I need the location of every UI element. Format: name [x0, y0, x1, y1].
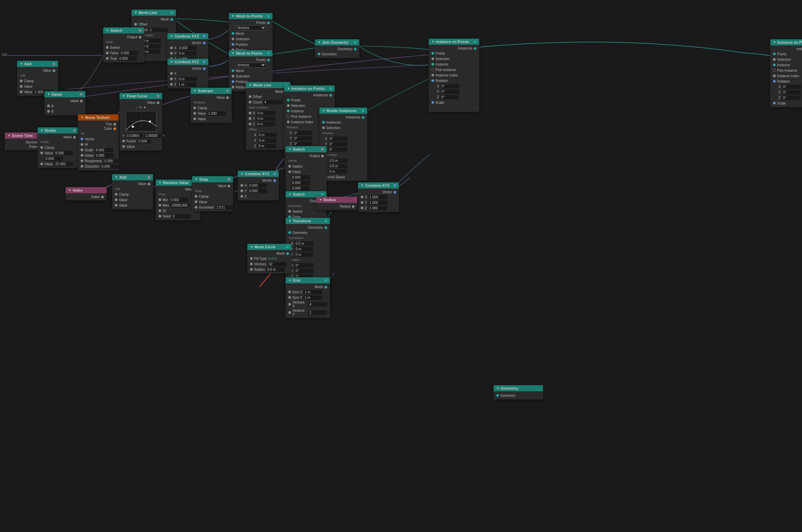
socket-noise-dist[interactable] [81, 165, 83, 168]
rv-seed[interactable] [172, 214, 191, 219]
div-val2-input[interactable] [44, 156, 63, 161]
fc-icon2[interactable]: ⊞ [139, 106, 142, 109]
socket-cxm-out[interactable] [273, 172, 276, 175]
socket-offset-in[interactable] [134, 23, 137, 26]
node-combine-xyz-bottom[interactable]: ▼ Combine XYZ Vector X Y Z [358, 182, 399, 212]
socket-rv-seed[interactable] [158, 215, 161, 218]
socket-cxm-z[interactable] [240, 195, 243, 198]
socket-mtp2-mesh[interactable] [232, 69, 234, 72]
node-divide[interactable]: ▼ Divide Value Divide Clamp Value Value [38, 127, 79, 168]
socket-sub-out[interactable] [226, 89, 229, 92]
socket-ri-sel[interactable] [322, 126, 325, 129]
socket-grid-vy[interactable] [288, 311, 291, 314]
socket-mesh-output[interactable] [170, 18, 173, 21]
cxm-y[interactable] [248, 189, 267, 193]
socket-mtp2-pts[interactable] [267, 59, 270, 61]
socket-iop-top-rot[interactable] [431, 79, 434, 82]
socket-mlm-offset[interactable] [249, 95, 251, 98]
socket-equal-in[interactable] [47, 104, 50, 107]
fc-x-input[interactable] [126, 134, 143, 138]
tf-tz[interactable] [294, 252, 313, 257]
socket-grid-sx[interactable] [288, 291, 291, 293]
mtp2-select[interactable]: Vertices [235, 62, 266, 68]
ri-rx[interactable] [329, 137, 347, 141]
socket-vector-2[interactable] [203, 67, 206, 70]
socket-iop-mid-inst-in[interactable] [287, 110, 290, 112]
cx1-x-input[interactable] [178, 46, 197, 50]
socket-cx1-y[interactable] [170, 52, 173, 55]
socket-iop-right-scale[interactable] [773, 102, 776, 104]
socket-fc-val[interactable] [157, 101, 160, 104]
socket-jg-in[interactable] [318, 53, 320, 55]
noise-rough[interactable] [103, 159, 122, 163]
node-mesh-line-mid[interactable]: ▼ Mesh Line Mesh Offset Count Start Loca… [246, 82, 290, 150]
socket-mtp1-sel[interactable] [232, 38, 234, 40]
fc-close[interactable]: ✕ [163, 134, 165, 137]
cxb-z[interactable] [368, 206, 387, 210]
socket-iop-top-sel[interactable] [431, 57, 434, 60]
socket-rv-max[interactable] [158, 204, 161, 207]
socket-div-val3[interactable] [40, 163, 43, 165]
socket-mlm-y[interactable] [249, 117, 251, 120]
socket-iop-mid-inst[interactable] [329, 94, 332, 97]
cxb-y[interactable] [369, 200, 387, 205]
node-mesh-to-points-1[interactable]: ▼ Mesh to Points Points Vertices Mesh Se… [229, 13, 273, 54]
socket-mc-filltype[interactable] [250, 257, 253, 260]
ri-ry[interactable] [329, 142, 347, 146]
socket-fc-out[interactable] [157, 95, 160, 97]
tf-ty[interactable] [295, 247, 314, 251]
socket-mtp2-pos[interactable] [232, 80, 234, 83]
count-input[interactable] [149, 28, 168, 32]
tf-ry[interactable] [295, 269, 314, 273]
node-rotate-instances[interactable]: ▼ Rotate Instances Instances Instances S… [319, 108, 367, 181]
socket-iop-right-rot[interactable] [773, 80, 776, 83]
socket-noise-detail[interactable] [81, 154, 83, 157]
socket-iop-top-pts[interactable] [431, 52, 434, 55]
socket-true-in[interactable] [106, 57, 109, 60]
socket-fc-value[interactable] [122, 145, 125, 148]
socket-divide-out[interactable] [73, 129, 76, 132]
fc-xmax-input[interactable] [144, 134, 161, 138]
socket-mc-out[interactable] [286, 246, 289, 248]
mlm-z[interactable] [256, 122, 275, 126]
mlm-oz[interactable] [258, 144, 276, 148]
socket-mtp1-mesh[interactable] [232, 32, 234, 35]
socket-sm2-out[interactable] [321, 193, 324, 196]
cxb-x[interactable] [369, 195, 387, 199]
socket-am-clamp[interactable] [115, 193, 117, 196]
socket-switch-in[interactable] [106, 46, 109, 49]
socket-iop-mid-pts[interactable] [287, 99, 290, 101]
node-add-mid[interactable]: ▼ Add Value Add Clamp Value Value [112, 174, 153, 209]
socket-iop-mid-out[interactable] [329, 87, 332, 90]
socket-iop-right-idx[interactable] [773, 74, 776, 77]
sm-false1[interactable] [291, 175, 310, 180]
socket-mtp2-out[interactable] [267, 52, 270, 55]
socket-div-val[interactable] [73, 136, 76, 139]
socket-cxb-x[interactable] [361, 196, 363, 198]
socket-ri-out[interactable] [362, 109, 364, 112]
socket-noise-scale[interactable] [81, 149, 83, 151]
node-join-geometry[interactable]: ▼ Join Geometry Geometry Geometry [315, 39, 359, 58]
socket-am-val2[interactable] [115, 204, 117, 207]
socket-add-val2[interactable] [20, 90, 23, 93]
socket-am-out[interactable] [148, 176, 150, 179]
socket-iop-right-pts[interactable] [773, 53, 776, 55]
socket-jg-out[interactable] [354, 41, 357, 44]
socket-fc-factor[interactable] [122, 140, 125, 142]
cx2-y-input[interactable] [178, 77, 197, 81]
socket-cx2-y[interactable] [170, 78, 173, 80]
z-input[interactable] [142, 50, 161, 54]
socket-noise-w[interactable] [81, 143, 83, 146]
socket-snap-val-in[interactable] [195, 200, 197, 203]
iop-mid-ry[interactable] [293, 136, 312, 141]
socket-mesh-out[interactable] [170, 11, 173, 14]
socket-cx2-z[interactable] [170, 83, 173, 86]
rv-min[interactable] [169, 198, 188, 202]
socket-tf-geo-out[interactable] [324, 226, 327, 229]
socket-cxm-vec[interactable] [273, 179, 276, 182]
checkbox-pick-mid[interactable] [287, 115, 290, 118]
true-input[interactable] [118, 56, 137, 61]
socket-cxm-y[interactable] [240, 190, 243, 192]
socket-mlm-z[interactable] [249, 123, 251, 125]
checkbox-pick-inst-r[interactable] [773, 69, 776, 72]
